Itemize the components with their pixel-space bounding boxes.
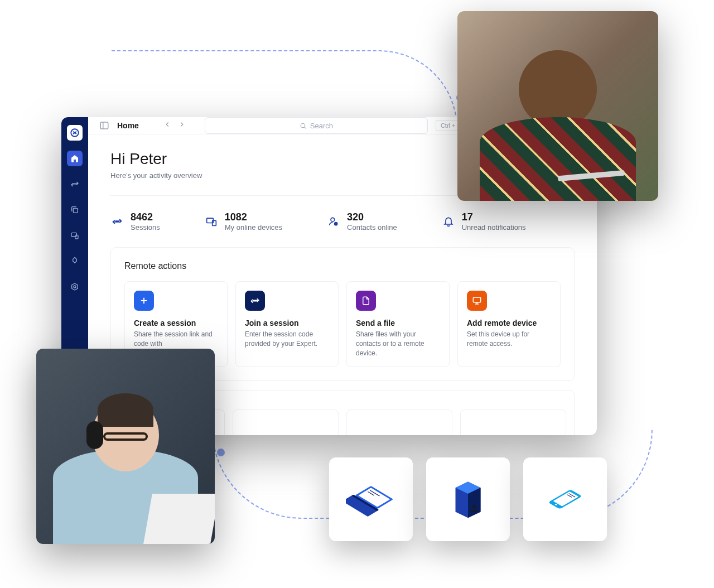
sidebar-tag[interactable] xyxy=(67,253,83,269)
action-add-device[interactable]: Add remote device Set this device up for… xyxy=(457,281,561,367)
list-item[interactable] xyxy=(346,409,452,435)
svg-rect-23 xyxy=(471,510,478,512)
svg-rect-5 xyxy=(100,122,108,129)
transfer-icon xyxy=(110,215,124,228)
action-desc: Share files with your contacts or to a r… xyxy=(356,330,440,358)
breadcrumb: Home xyxy=(117,121,139,130)
sidebar-home[interactable] xyxy=(67,151,83,166)
device-cards-row xyxy=(329,457,607,541)
section-title: Remote actions xyxy=(124,261,561,271)
laptop-icon xyxy=(346,474,396,524)
action-title: Create a session xyxy=(134,319,218,327)
sidebar-devices[interactable] xyxy=(67,228,83,243)
stat-value: 17 xyxy=(462,211,526,223)
nav-back-icon[interactable] xyxy=(163,121,171,131)
stat-sessions[interactable]: 8462 Sessions xyxy=(110,211,160,232)
search-icon xyxy=(300,122,307,129)
svg-point-4 xyxy=(74,286,76,288)
stat-label: Sessions xyxy=(131,223,160,232)
action-title: Add remote device xyxy=(467,319,551,327)
svg-rect-1 xyxy=(73,208,78,213)
plus-icon xyxy=(134,291,154,311)
user-online-icon xyxy=(327,215,340,228)
sidebar-copy[interactable] xyxy=(67,202,83,218)
stat-notifications[interactable]: 17 Unread notifications xyxy=(442,211,526,232)
action-title: Send a file xyxy=(356,319,440,327)
panel-toggle-icon[interactable] xyxy=(99,121,109,131)
user-photo-tablet xyxy=(457,11,658,201)
user-photo-headset xyxy=(36,349,215,544)
stat-devices[interactable]: 1082 My online devices xyxy=(205,211,282,232)
svg-rect-12 xyxy=(473,297,481,302)
list-item[interactable] xyxy=(460,409,566,435)
bell-icon xyxy=(442,215,455,228)
svg-point-22 xyxy=(472,505,475,508)
mobile-icon xyxy=(540,474,590,524)
action-desc: Set this device up for remote access. xyxy=(467,330,551,349)
stat-value: 1082 xyxy=(225,211,282,223)
stat-label: Unread notifications xyxy=(462,223,526,232)
search-input[interactable]: Search xyxy=(205,117,428,134)
devices-icon xyxy=(205,215,218,228)
stat-label: My online devices xyxy=(225,223,282,232)
monitor-icon xyxy=(467,291,487,311)
orbit-dot xyxy=(217,449,225,456)
svg-point-7 xyxy=(301,123,305,128)
stats-row: 8462 Sessions 1082 My online devices 320 xyxy=(110,211,575,232)
stat-value: 320 xyxy=(347,211,397,223)
nav-forward-icon[interactable] xyxy=(178,121,186,131)
app-logo[interactable] xyxy=(67,125,83,141)
stat-label: Contacts online xyxy=(347,223,397,232)
stat-value: 8462 xyxy=(131,211,160,223)
decorative-curve-top xyxy=(112,50,457,128)
svg-point-11 xyxy=(335,223,337,225)
svg-rect-2 xyxy=(71,233,76,237)
action-send-file[interactable]: Send a file Share files with your contac… xyxy=(346,281,450,367)
action-join-session[interactable]: Join a session Enter the session code pr… xyxy=(235,281,339,367)
action-desc: Enter the session code provided by your … xyxy=(245,330,329,349)
action-desc: Share the session link and code with xyxy=(134,330,218,349)
search-placeholder: Search xyxy=(310,122,333,130)
sidebar-transfer[interactable] xyxy=(67,176,83,192)
stat-contacts[interactable]: 320 Contacts online xyxy=(327,211,397,232)
action-title: Join a session xyxy=(245,319,329,327)
file-icon xyxy=(356,291,376,311)
server-icon xyxy=(443,474,493,524)
device-laptop-card[interactable] xyxy=(329,457,413,541)
svg-point-10 xyxy=(331,218,335,221)
list-item[interactable] xyxy=(233,409,339,435)
device-mobile-card[interactable] xyxy=(523,457,607,541)
transfer-icon xyxy=(245,291,265,311)
device-server-card[interactable] xyxy=(426,457,510,541)
sidebar-settings[interactable] xyxy=(67,279,83,295)
